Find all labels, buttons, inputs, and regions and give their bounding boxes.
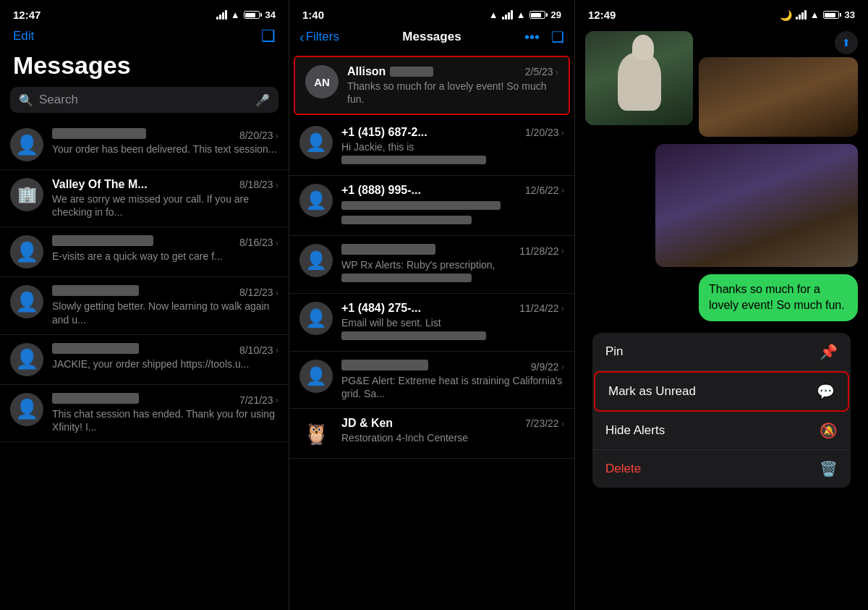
avatar: 👤 xyxy=(10,128,43,161)
msg-name-blurred xyxy=(52,285,139,296)
list-item[interactable]: 👤 8/12/23 › Slowly getting better. Now l… xyxy=(0,277,289,334)
share-icon: ⬆ xyxy=(842,37,851,48)
avatar: 👤 xyxy=(299,184,333,217)
battery-3 xyxy=(823,11,841,19)
time-3: 12:49 xyxy=(588,9,616,21)
msg-content: +1 (484) 275-... 11/24/22 › Email will b… xyxy=(341,302,564,343)
msg-preview: This chat session has ended. Thank you f… xyxy=(52,407,278,433)
hide-alerts-menu-item[interactable]: Hide Alerts 🔕 xyxy=(592,412,851,450)
panel-messages-list: 12:47 ▲ 34 Edit ❑ Messages 🔍 Search 🎤 xyxy=(0,0,289,610)
msg-preview-area: Hi Jackie, this is xyxy=(341,140,564,166)
battery-2 xyxy=(529,11,548,19)
msg-name-blurred xyxy=(341,244,435,255)
panel1-header: Edit ❑ xyxy=(0,24,289,50)
delete-label: Delete xyxy=(605,462,641,476)
wifi-icon-2: ▲ xyxy=(516,9,526,20)
msg-preview: Email will be sent. List xyxy=(341,316,564,329)
msg-preview-blurred xyxy=(341,331,486,340)
list-item[interactable]: 👤 8/20/23 › Your order has been delivere… xyxy=(0,120,289,170)
message-list-2: AN Allison 2/5/23 › Thanks so much for a… xyxy=(289,53,574,610)
list-item[interactable]: 🏢 Valley Of The M... 8/18/23 › We are so… xyxy=(0,170,289,227)
wifi-icon-3: ▲ xyxy=(810,9,820,20)
list-item[interactable]: 👤 8/16/23 › E-visits are a quick way to … xyxy=(0,227,289,277)
list-item[interactable]: AN Allison 2/5/23 › Thanks so much for a… xyxy=(295,57,569,114)
mic-icon[interactable]: 🎤 xyxy=(255,93,270,107)
chat-photo-3 xyxy=(655,144,858,267)
msg-name: Allison xyxy=(347,65,386,78)
chat-photo-1 xyxy=(585,31,693,125)
mark-unread-menu-item[interactable]: Mark as Unread 💬 xyxy=(595,373,848,410)
list-item[interactable]: 👤 7/21/23 › This chat session has ended.… xyxy=(0,385,289,442)
msg-date: 12/6/22 › xyxy=(525,185,564,196)
panel-chat-detail: 12:49 🌙 ▲ 33 xyxy=(575,0,868,610)
list-item[interactable]: 👤 9/9/22 › PG&E Alert: Extreme heat is s… xyxy=(289,352,574,409)
hide-alerts-label: Hide Alerts xyxy=(605,423,665,438)
msg-preview-blurred xyxy=(341,201,501,210)
msg-preview-blurred xyxy=(341,274,472,282)
pin-menu-item[interactable]: Pin 📌 xyxy=(592,333,851,371)
msg-content: 11/28/22 › WP Rx Alerts: Ruby's prescrip… xyxy=(341,244,564,285)
msg-preview: PG&E Alert: Extreme heat is straining Ca… xyxy=(341,374,564,400)
context-menu: Pin 📌 Mark as Unread 💬 Hide Alerts 🔕 Del… xyxy=(592,333,851,488)
message-bubble: Thanks so much for a lovely event! So mu… xyxy=(699,274,858,321)
msg-preview: Restoration 4-Inch Centerse xyxy=(341,431,564,444)
list-item[interactable]: 👤 +1 (415) 687-2... 1/20/23 › Hi Jackie,… xyxy=(289,118,574,175)
msg-preview: We are sorry we missed your call. If you… xyxy=(52,192,278,219)
edit-button[interactable]: Edit xyxy=(13,29,34,43)
battery-pct-2: 29 xyxy=(551,9,561,20)
msg-date: 8/20/23 › xyxy=(239,130,278,141)
msg-name-blurred xyxy=(52,128,146,139)
msg-content: 8/12/23 › Slowly getting better. Now lea… xyxy=(52,285,278,326)
msg-content: +1 (415) 687-2... 1/20/23 › Hi Jackie, t… xyxy=(341,126,564,166)
panel-message-thread: 1:40 ▲ ▲ 29 ‹ Filters Messages ••• ❑ xyxy=(289,0,575,610)
more-icon[interactable]: ••• xyxy=(524,29,540,46)
msg-preview: JACKIE, your order shipped https://tools… xyxy=(52,357,278,370)
back-button[interactable]: ‹ Filters xyxy=(299,29,339,46)
search-bar[interactable]: 🔍 Search 🎤 xyxy=(10,87,278,113)
highlighted-item[interactable]: AN Allison 2/5/23 › Thanks so much for a… xyxy=(294,56,570,115)
status-bar-1: 12:47 ▲ 34 xyxy=(0,0,289,24)
share-button[interactable]: ⬆ xyxy=(835,31,858,54)
signal-icon-3 xyxy=(796,10,807,20)
list-item[interactable]: 👤 8/10/23 › JACKIE, your order shipped h… xyxy=(0,335,289,385)
msg-date: 8/16/23 › xyxy=(239,237,278,248)
pin-label: Pin xyxy=(605,344,624,359)
avatar: 👤 xyxy=(299,360,333,393)
compose-icon[interactable]: ❑ xyxy=(261,27,276,46)
msg-date: 7/23/22 › xyxy=(525,418,564,429)
mark-unread-highlighted: Mark as Unread 💬 xyxy=(594,371,849,412)
list-item[interactable]: 👤 +1 (484) 275-... 11/24/22 › Email will… xyxy=(289,294,574,352)
signal-icon-2 xyxy=(502,10,513,20)
back-label: Filters xyxy=(306,30,339,44)
location-icon: ▲ xyxy=(489,9,498,20)
msg-content: Valley Of The M... 8/18/23 › We are sorr… xyxy=(52,178,278,219)
wifi-icon-1: ▲ xyxy=(231,9,240,20)
status-icons-3: 🌙 ▲ 33 xyxy=(780,9,855,21)
battery-pct-3: 33 xyxy=(845,9,855,20)
list-item[interactable]: 👤 +1 (888) 995-... 12/6/22 › xyxy=(289,176,574,236)
list-item[interactable]: 👤 11/28/22 › WP Rx Alerts: Ruby's prescr… xyxy=(289,236,574,294)
delete-icon: 🗑️ xyxy=(820,460,838,478)
msg-name: JD & Ken xyxy=(341,417,393,430)
msg-content: 8/16/23 › E-visits are a quick way to ge… xyxy=(52,235,278,263)
msg-content: 9/9/22 › PG&E Alert: Extreme heat is str… xyxy=(341,360,564,400)
panel2-title: Messages xyxy=(402,30,461,44)
panel2-icons: ••• ❑ xyxy=(524,28,564,46)
battery-pct-1: 34 xyxy=(265,9,276,20)
msg-preview: Thanks so much for a lovely event! So mu… xyxy=(347,80,558,106)
status-bar-2: 1:40 ▲ ▲ 29 xyxy=(289,0,574,24)
avatar: 👤 xyxy=(10,393,43,426)
msg-date: 11/24/22 › xyxy=(519,302,564,314)
msg-content: 7/21/23 › This chat session has ended. T… xyxy=(52,393,278,433)
msg-name-blurred xyxy=(52,235,153,246)
chat-area: ⬆ Thanks so much for a lovely event! So … xyxy=(575,24,868,610)
msg-date: 8/18/23 › xyxy=(239,179,278,190)
photo-row-1: ⬆ xyxy=(585,31,858,137)
search-placeholder: Search xyxy=(39,93,250,107)
list-item[interactable]: 🦉 JD & Ken 7/23/22 › Restoration 4-Inch … xyxy=(289,409,574,459)
photo-row-2 xyxy=(585,144,858,267)
msg-preview: Hi Jackie, this is xyxy=(341,140,564,153)
compose-icon-2[interactable]: ❑ xyxy=(551,28,564,46)
delete-menu-item[interactable]: Delete 🗑️ xyxy=(592,450,851,488)
moon-icon: 🌙 xyxy=(780,9,792,21)
